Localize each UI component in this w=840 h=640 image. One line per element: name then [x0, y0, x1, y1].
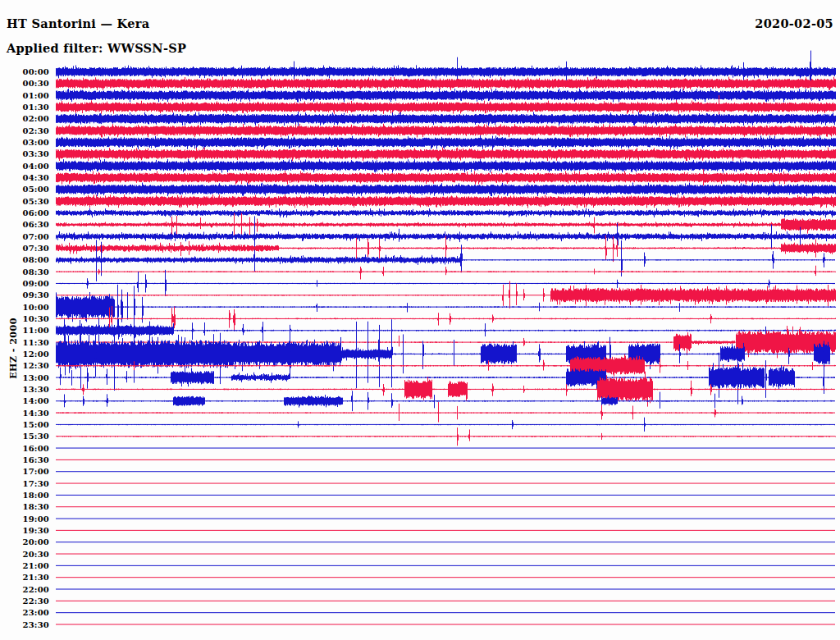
- helicorder-page: HT Santorini — Kera 2020-02-05 Applied f…: [0, 0, 840, 640]
- seismogram-canvas: [0, 0, 840, 640]
